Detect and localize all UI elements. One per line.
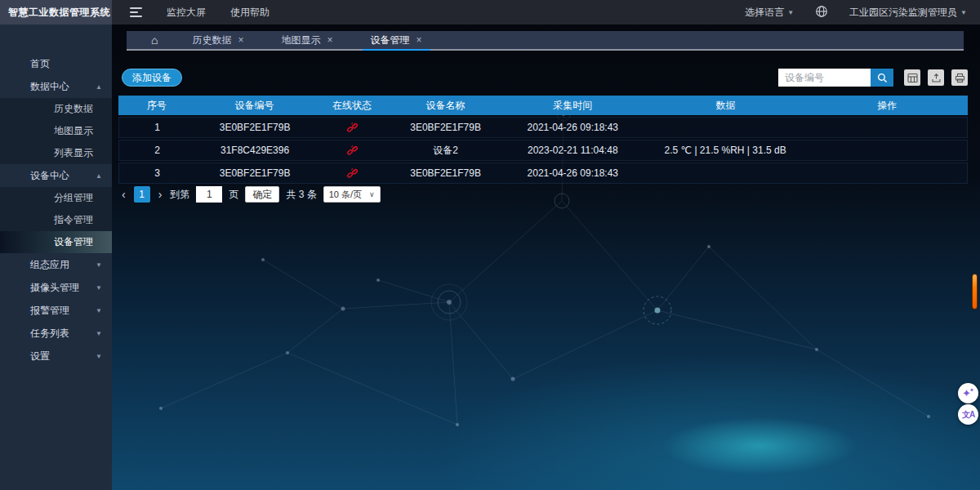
topbar-right: 选择语言▼ 工业园区污染监测管理员▼	[745, 5, 980, 20]
app-window: 智慧工业数据管理系统 监控大屏 使用帮助 选择语言▼ 工业园区污染监测管理员▼ …	[0, 0, 980, 490]
col-header: 采集时间	[501, 99, 645, 113]
globe-icon[interactable]	[815, 5, 828, 20]
col-header: 设备编号	[195, 99, 314, 113]
user-name: 工业园区污染监测管理员	[849, 7, 957, 18]
prev-page-button[interactable]: ‹	[120, 188, 127, 201]
caret-down-icon: ▼	[96, 330, 102, 337]
page-size-select[interactable]: 10 条/页 ∨	[323, 186, 381, 203]
table-row: 3 3E0BF2E1F79B 3E0BF2E1F79B 2021-04-26	[118, 163, 968, 184]
topbar: 智慧工业数据管理系统 监控大屏 使用帮助 选择语言▼ 工业园区污染监测管理员▼	[0, 0, 980, 24]
total-count-label: 共 3 条	[286, 188, 316, 202]
sidebar-item-device-management[interactable]: 设备管理	[0, 231, 112, 253]
close-icon[interactable]: ×	[238, 34, 243, 46]
translate-fab-button[interactable]: 文A	[958, 404, 978, 425]
sidebar-item-camera-management[interactable]: 摄像头管理 ▼	[0, 276, 112, 299]
caret-down-icon: ▼	[787, 9, 794, 16]
tab-map-display[interactable]: 地图显示 ×	[278, 31, 336, 49]
page-unit-label: 页	[229, 188, 238, 202]
search-button[interactable]	[871, 69, 893, 87]
page-number-button[interactable]: 1	[134, 186, 150, 203]
language-selector[interactable]: 选择语言▼	[745, 6, 794, 20]
sidebar-item-config-app[interactable]: 组态应用 ▼	[0, 253, 112, 276]
sidebar-item-home[interactable]: 首页	[0, 52, 112, 75]
tab-bar: ⌂ 历史数据 × 地图显示 × 设备管理 ×	[127, 31, 964, 51]
printer-icon	[955, 73, 965, 83]
submenu-device-center: 分组管理 指令管理 设备管理	[0, 187, 112, 253]
table-tool-buttons	[904, 69, 968, 86]
sparkle-fab-button[interactable]: ✦ ✦	[958, 383, 978, 403]
offline-icon	[346, 122, 359, 134]
caret-up-icon: ▲	[96, 83, 102, 91]
tab-device-management[interactable]: 设备管理 ×	[368, 31, 425, 49]
col-header: 在线状态	[314, 99, 390, 113]
table-header-row: 序号 设备编号 在线状态 设备名称 采集时间 数据 操作	[118, 96, 968, 115]
export-icon	[931, 73, 942, 83]
search-icon	[877, 73, 888, 83]
caret-down-icon: ▼	[96, 353, 102, 360]
sparkle-small-icon: ✦	[969, 387, 974, 394]
submenu-data-center: 历史数据 地图显示 列表显示	[0, 98, 112, 164]
col-header: 序号	[118, 99, 195, 113]
caret-down-icon: ▼	[96, 307, 102, 314]
scrollbar-thumb[interactable]	[972, 274, 978, 310]
goto-label: 到第	[170, 188, 189, 202]
select-caret-icon: ∨	[369, 190, 375, 198]
topnav-monitor-screen[interactable]: 监控大屏	[167, 6, 206, 20]
sidebar-item-command-management[interactable]: 指令管理	[0, 209, 112, 231]
caret-down-icon: ▼	[96, 284, 102, 292]
constellation-background	[112, 24, 980, 490]
device-table: 序号 设备编号 在线状态 设备名称 采集时间 数据 操作 1 3E0BF2E1F…	[118, 96, 968, 185]
offline-icon	[346, 145, 359, 157]
language-selector-label: 选择语言	[745, 7, 784, 18]
sidebar-item-list-display[interactable]: 列表显示	[0, 142, 112, 164]
add-device-button[interactable]: 添加设备	[122, 69, 182, 87]
sidebar-item-group-management[interactable]: 分组管理	[0, 187, 112, 209]
next-page-button[interactable]: ›	[157, 188, 164, 201]
search-input[interactable]	[778, 69, 871, 87]
goto-confirm-button[interactable]: 确定	[245, 186, 279, 203]
sidebar-item-data-center[interactable]: 数据中心 ▲	[0, 75, 112, 98]
sidebar-toggle-icon[interactable]	[130, 7, 142, 17]
toolbar: 添加设备	[122, 69, 970, 87]
sidebar-item-alarm-management[interactable]: 报警管理 ▼	[0, 299, 112, 322]
sidebar: 首页 数据中心 ▲ 历史数据 地图显示 列表显示 设备中心 ▲ 分组管理 指令管…	[0, 24, 112, 490]
col-header: 操作	[806, 99, 968, 113]
sidebar-item-task-list[interactable]: 任务列表 ▼	[0, 322, 112, 345]
main-content: ⌂ 历史数据 × 地图显示 × 设备管理 × 添加设备	[112, 24, 980, 490]
home-tab-icon[interactable]: ⌂	[151, 34, 158, 46]
grid-icon	[907, 73, 918, 83]
topnav-help[interactable]: 使用帮助	[230, 6, 270, 20]
column-settings-button[interactable]	[904, 69, 920, 86]
caret-down-icon: ▼	[960, 9, 967, 16]
topnav: 监控大屏 使用帮助	[112, 6, 270, 20]
pagination: ‹ 1 › 到第 页 确定 共 3 条 10 条/页 ∨	[120, 186, 381, 203]
col-header: 数据	[645, 99, 807, 113]
sidebar-item-device-center[interactable]: 设备中心 ▲	[0, 164, 112, 187]
search-group	[778, 69, 970, 87]
sidebar-item-map-display[interactable]: 地图显示	[0, 120, 112, 142]
user-menu[interactable]: 工业园区污染监测管理员▼	[849, 6, 967, 20]
goto-page-input[interactable]	[196, 186, 222, 203]
export-button[interactable]	[928, 69, 944, 86]
app-title: 智慧工业数据管理系统	[0, 0, 112, 24]
tab-history-data[interactable]: 历史数据 ×	[189, 31, 247, 49]
sidebar-item-history-data[interactable]: 历史数据	[0, 98, 112, 120]
caret-down-icon: ▼	[96, 261, 102, 269]
close-icon[interactable]: ×	[327, 34, 332, 46]
table-row: 1 3E0BF2E1F79B 3E0BF2E1F79B 2021-04-26	[118, 117, 968, 138]
close-icon[interactable]: ×	[416, 34, 422, 46]
print-button[interactable]	[951, 69, 968, 86]
offline-icon	[346, 167, 359, 180]
translate-icon: 文A	[962, 409, 974, 421]
caret-up-icon: ▲	[96, 172, 102, 180]
table-row: 2 31F8C429E396 设备2 2023-02-21 11:04:48	[118, 140, 968, 161]
sidebar-item-settings[interactable]: 设置 ▼	[0, 345, 112, 368]
col-header: 设备名称	[390, 99, 501, 113]
